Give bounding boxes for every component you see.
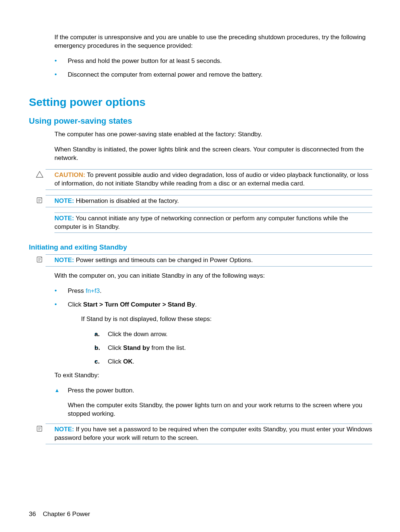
list-item: Press the power button. When the compute… xyxy=(54,387,372,419)
body-text: With the computer on, you can initiate S… xyxy=(54,272,372,280)
list-item: Press and hold the power button for at l… xyxy=(54,57,372,66)
note-label: NOTE: xyxy=(54,426,74,433)
note-label: NOTE: xyxy=(54,257,74,264)
heading-setting-power-options: Setting power options xyxy=(29,95,372,110)
exit-standby-list: Press the power button. When the compute… xyxy=(54,387,372,419)
list-item: c. Click OK. xyxy=(94,358,372,366)
note-callout: NOTE: If you have set a password to be r… xyxy=(46,424,372,444)
chapter-label: Chapter 6 Power xyxy=(43,511,90,518)
caution-callout: CAUTION: To prevent possible audio and v… xyxy=(46,169,372,190)
body-text: If Stand by is not displayed, follow the… xyxy=(81,315,372,324)
note-icon xyxy=(36,425,43,432)
body-text: To exit Standby: xyxy=(54,371,372,380)
caution-icon xyxy=(36,171,43,178)
list-item: Press fn+f3. xyxy=(54,287,372,295)
note-label: NOTE: xyxy=(54,197,74,204)
list-item: a. Click the down arrow. xyxy=(94,330,372,339)
heading-initiating-exiting-standby: Initiating and exiting Standby xyxy=(29,242,372,252)
note-callout: NOTE: Power settings and timeouts can be… xyxy=(46,254,372,267)
note-icon xyxy=(36,256,43,263)
body-text: When Standby is initiated, the power lig… xyxy=(54,145,372,163)
body-text: The computer has one power-saving state … xyxy=(54,130,372,139)
note-label: NOTE: xyxy=(54,215,74,222)
keyboard-shortcut: fn+f3 xyxy=(86,287,100,294)
standby-steps-list: a. Click the down arrow. b. Click Stand … xyxy=(94,330,372,366)
note-text: You cannot initiate any type of networki… xyxy=(54,215,348,230)
page-footer: 36 Chapter 6 Power xyxy=(29,510,90,519)
list-item: Click Start > Turn Off Computer > Stand … xyxy=(54,301,372,366)
initiate-standby-list: Press fn+f3. Click Start > Turn Off Comp… xyxy=(54,287,372,366)
caution-text: To prevent possible audio and video degr… xyxy=(54,171,369,187)
body-text: When the computer exits Standby, the pow… xyxy=(68,401,372,418)
emergency-procedures-list: Press and hold the power button for at l… xyxy=(54,57,372,79)
note-callout-inner: NOTE: You cannot initiate any type of ne… xyxy=(54,213,372,233)
heading-using-power-saving: Using power-saving states xyxy=(29,116,372,127)
page-number: 36 xyxy=(29,511,36,518)
note-text: If you have set a password to be require… xyxy=(54,426,372,441)
list-item: b. Click Stand by from the list. xyxy=(94,344,372,352)
note-text: Power settings and timeouts can be chang… xyxy=(76,257,253,264)
caution-label: CAUTION: xyxy=(54,171,85,178)
note-text: Hibernation is disabled at the factory. xyxy=(76,197,179,204)
note-icon xyxy=(36,197,43,204)
intro-paragraph: If the computer is unresponsive and you … xyxy=(54,33,372,50)
list-item: Disconnect the computer from external po… xyxy=(54,71,372,79)
note-callout: NOTE: Hibernation is disabled at the fac… xyxy=(46,195,372,207)
